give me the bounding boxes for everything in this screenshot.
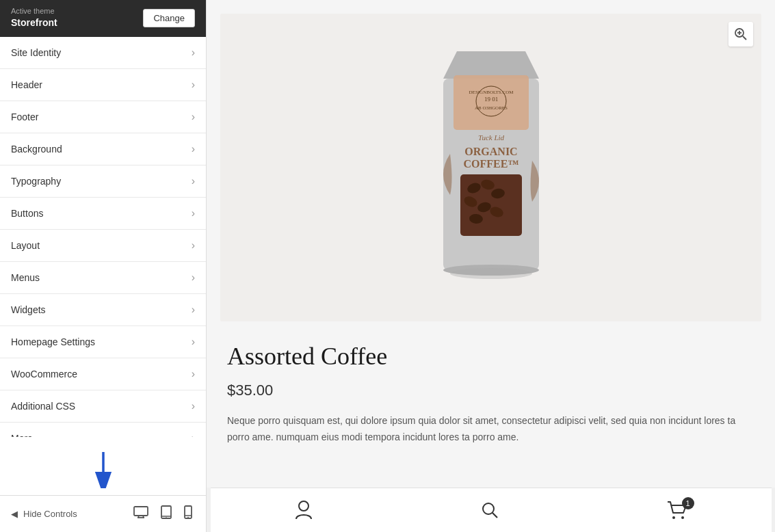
svg-point-34 [450, 268, 532, 279]
svg-point-8 [166, 517, 167, 518]
change-theme-button[interactable]: Change [143, 9, 195, 27]
sidebar-footer: ◀ Hide Controls [0, 495, 206, 532]
arrow-down-indicator [0, 437, 206, 495]
sidebar-item-menus[interactable]: Menus › [0, 262, 206, 294]
svg-rect-9 [185, 506, 192, 518]
hide-controls-label: Hide Controls [23, 509, 77, 519]
svg-text:Tuck Lid: Tuck Lid [477, 133, 504, 142]
hide-arrow-icon: ◀ [11, 509, 18, 519]
svg-line-13 [743, 36, 746, 40]
svg-text:COFFEE™: COFFEE™ [463, 158, 518, 170]
menu-item-label: Layout [11, 240, 40, 251]
svg-text:19 01: 19 01 [484, 96, 497, 103]
chevron-right-icon: › [192, 400, 195, 412]
chevron-right-icon: › [192, 271, 195, 284]
chevron-right-icon: › [192, 207, 195, 220]
menu-item-label: Widgets [11, 304, 46, 315]
search-icon-button[interactable] [481, 501, 499, 519]
zoom-button[interactable] [728, 22, 753, 46]
sidebar-menu: Site Identity › Header › Footer › Backgr… [0, 37, 206, 437]
desktop-icon [133, 506, 148, 518]
chevron-right-icon: › [192, 239, 195, 252]
product-details: Assorted Coffee $35.00 Neque porro quisq… [220, 342, 761, 446]
sidebar-item-more[interactable]: More › [0, 423, 206, 437]
zoom-icon [734, 27, 748, 41]
sidebar-item-site-identity[interactable]: Site Identity › [0, 37, 206, 69]
chevron-right-icon: › [192, 368, 195, 380]
product-price: $35.00 [227, 382, 754, 399]
menu-item-label: Homepage Settings [11, 336, 95, 347]
chevron-right-icon: › [192, 46, 195, 59]
menu-item-label: Buttons [11, 208, 43, 219]
sidebar-item-footer[interactable]: Footer › [0, 101, 206, 133]
menu-item-label: Typography [11, 176, 61, 187]
svg-rect-18 [454, 75, 529, 130]
theme-info: Active theme Storefront [11, 7, 57, 29]
chevron-right-icon: › [192, 432, 195, 437]
sidebar-bottom-section: ◀ Hide Controls [0, 437, 206, 532]
chevron-right-icon: › [192, 304, 195, 316]
chevron-right-icon: › [192, 143, 195, 155]
menu-item-label: Header [11, 79, 42, 90]
chevron-right-icon: › [192, 336, 195, 348]
svg-text:DESIGNBOLTS.COM: DESIGNBOLTS.COM [469, 90, 514, 95]
svg-point-11 [187, 517, 189, 518]
mobile-view-button[interactable] [181, 504, 195, 524]
sidebar-item-additional-css[interactable]: Additional CSS › [0, 390, 206, 423]
menu-item-label: Background [11, 144, 62, 155]
product-title: Assorted Coffee [227, 342, 754, 371]
main-content: DESIGNBOLTS.COM 19 01 AB O3HGORES Tuck L… [207, 0, 775, 532]
svg-rect-2 [134, 507, 148, 516]
sidebar: Active theme Storefront Change Site Iden… [0, 0, 207, 532]
menu-item-label: Menus [11, 272, 40, 283]
svg-text:AB O3HGORES: AB O3HGORES [474, 105, 507, 111]
hide-controls-button[interactable]: ◀ Hide Controls [11, 509, 77, 519]
user-icon-button[interactable] [295, 501, 313, 520]
search-icon [481, 501, 499, 519]
cart-badge: 1 [682, 497, 694, 509]
bottom-bar: 1 [211, 488, 772, 532]
sidebar-item-buttons[interactable]: Buttons › [0, 198, 206, 230]
cart-icon-button[interactable]: 1 [667, 501, 687, 520]
svg-line-37 [492, 513, 497, 518]
theme-name: Storefront [11, 17, 57, 28]
svg-point-35 [299, 501, 308, 511]
user-icon [295, 501, 313, 520]
sidebar-item-widgets[interactable]: Widgets › [0, 294, 206, 326]
menu-item-label: Site Identity [11, 47, 61, 58]
chevron-right-icon: › [192, 175, 195, 187]
active-theme-label: Active theme [11, 7, 57, 15]
product-image: DESIGNBOLTS.COM 19 01 AB O3HGORES Tuck L… [416, 38, 566, 297]
chevron-right-icon: › [192, 111, 195, 123]
svg-point-38 [672, 516, 675, 519]
sidebar-item-background[interactable]: Background › [0, 133, 206, 165]
mobile-icon [184, 505, 192, 519]
svg-point-39 [681, 516, 684, 519]
down-arrow-icon [90, 451, 117, 488]
sidebar-item-layout[interactable]: Layout › [0, 230, 206, 262]
chevron-right-icon: › [192, 79, 195, 91]
tablet-view-button[interactable] [158, 504, 174, 524]
sidebar-item-homepage-settings[interactable]: Homepage Settings › [0, 326, 206, 358]
preview-area: DESIGNBOLTS.COM 19 01 AB O3HGORES Tuck L… [207, 0, 775, 488]
sidebar-item-header[interactable]: Header › [0, 69, 206, 101]
menu-item-label: Footer [11, 111, 38, 122]
product-description: Neque porro quisquam est, qui dolore ips… [227, 413, 754, 446]
footer-icons [131, 504, 195, 524]
svg-text:ORGANIC: ORGANIC [464, 146, 517, 157]
sidebar-item-typography[interactable]: Typography › [0, 165, 206, 198]
svg-point-36 [483, 503, 494, 514]
menu-item-label: WooCommerce [11, 369, 77, 380]
menu-item-label: Additional CSS [11, 401, 75, 412]
sidebar-item-woocommerce[interactable]: WooCommerce › [0, 358, 206, 390]
sidebar-header: Active theme Storefront Change [0, 0, 206, 37]
desktop-view-button[interactable] [131, 504, 151, 524]
tablet-icon [161, 505, 172, 519]
product-image-container: DESIGNBOLTS.COM 19 01 AB O3HGORES Tuck L… [220, 14, 761, 321]
